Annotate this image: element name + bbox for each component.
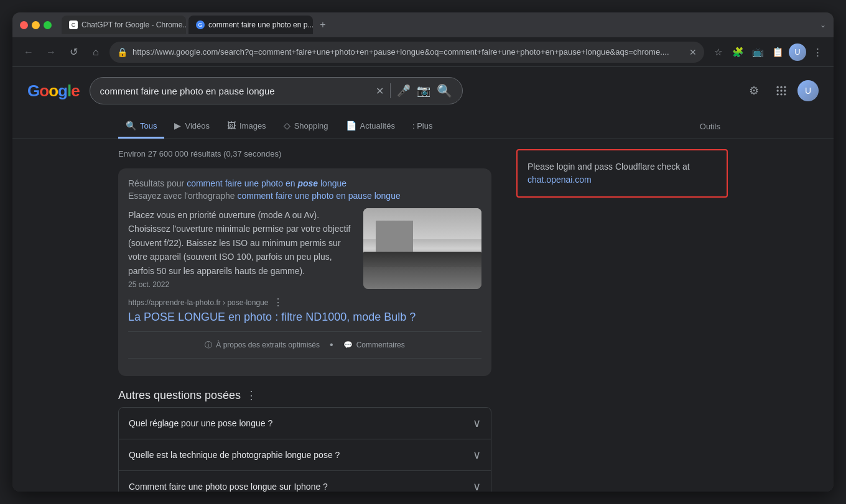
comments-label: Commentaires: [356, 341, 405, 349]
url-bar[interactable]: 🔒 https://www.google.com/search?q=commen…: [109, 42, 704, 63]
search-submit-button[interactable]: 🔍: [437, 83, 452, 98]
tab-videos[interactable]: ▶ Vidéos: [167, 114, 217, 139]
address-actions: ☆ 🧩 📺 📋 U ⋮: [709, 44, 826, 61]
source-link: https://apprendre-la-photo.fr › pose-lon…: [128, 296, 481, 308]
result-title-link[interactable]: La POSE LONGUE en photo : filtre ND1000,…: [128, 311, 481, 324]
paa-question-1: Quelle est la technique de photographie …: [129, 450, 340, 460]
source-url: https://apprendre-la-photo.fr › pose-lon…: [128, 298, 268, 307]
paa-menu-button[interactable]: ⋮: [246, 388, 257, 402]
tab-actualites[interactable]: 📄 Actualités: [338, 114, 402, 139]
tab-images[interactable]: 🖼 Images: [220, 114, 274, 139]
results-main: Environ 27 600 000 résultats (0,37 secon…: [118, 149, 491, 492]
google-logo: Google: [27, 81, 80, 101]
feedback-separator: •: [330, 339, 333, 351]
page-content: Google comment faire une photo en pause …: [12, 67, 834, 492]
source-menu-button[interactable]: ⋮: [273, 296, 283, 308]
close-button[interactable]: [20, 21, 28, 29]
images-icon: 🖼: [227, 121, 236, 131]
results-area: Environ 27 600 000 résultats (0,37 secon…: [12, 139, 834, 492]
browser-menu-button[interactable]: ⋮: [809, 44, 826, 61]
cast-button[interactable]: 📺: [749, 44, 766, 61]
comments-button[interactable]: 💬 Commentaires: [343, 341, 405, 349]
correction-prefix: Résultats pour: [128, 178, 187, 188]
paa-chevron-2: ∨: [473, 480, 481, 492]
forward-button[interactable]: →: [42, 44, 60, 61]
paa-section: Autres questions posées ⋮ Quel réglage p…: [118, 388, 491, 492]
profile-avatar[interactable]: U: [789, 44, 806, 61]
snippet-text: Placez vous en priorité ouverture (mode …: [128, 208, 353, 278]
logo-g2: g: [58, 81, 67, 100]
extensions-button[interactable]: 🧩: [729, 44, 746, 61]
header-right: ⚙ U: [743, 80, 819, 102]
tab-actualites-label: Actualités: [360, 121, 395, 131]
tab-plus[interactable]: : Plus: [405, 115, 440, 139]
new-tab-button[interactable]: +: [315, 17, 330, 32]
tab-chatgpt-label: ChatGPT for Google - Chrome...: [81, 21, 186, 29]
google-header: Google comment faire une photo en pause …: [12, 67, 834, 114]
about-icon: ⓘ: [205, 340, 212, 351]
paa-chevron-1: ∨: [473, 448, 481, 462]
videos-icon: ▶: [174, 121, 181, 131]
cloudflare-message: Please login and pass Cloudflare check a…: [528, 162, 690, 172]
search-query-text: comment faire une photo en pause longue: [100, 86, 370, 96]
tab-chatgpt[interactable]: C ChatGPT for Google - Chrome... ✕: [62, 16, 186, 34]
tab-google-label: comment faire une photo en p...: [208, 21, 313, 29]
paa-item-1[interactable]: Quelle est la technique de photographie …: [118, 439, 491, 471]
bookmark-button[interactable]: ☆: [709, 44, 727, 61]
maximize-button[interactable]: [44, 21, 52, 29]
try-instead-link[interactable]: comment faire une photo en pause longue: [237, 191, 400, 201]
snippet-content: Placez vous en priorité ouverture (mode …: [128, 208, 481, 289]
correction-link[interactable]: comment faire une photo en pose longue: [187, 178, 346, 188]
results-sidebar: Please login and pass Cloudflare check a…: [516, 149, 728, 492]
about-snippets-label: À propos des extraits optimisés: [216, 341, 320, 349]
reload-button[interactable]: ↺: [65, 44, 82, 61]
apps-button[interactable]: [770, 80, 793, 102]
url-clear-icon[interactable]: ✕: [689, 47, 697, 57]
lens-search-button[interactable]: 📷: [417, 84, 430, 98]
user-avatar[interactable]: U: [797, 80, 819, 101]
tab-tous[interactable]: 🔍 Tous: [118, 114, 164, 139]
google-tab-icon: G: [196, 21, 205, 29]
tab-menu-button[interactable]: ⌄: [820, 21, 826, 29]
svg-point-1: [780, 86, 782, 88]
try-instead-prefix: Essayez avec l'orthographe: [128, 191, 237, 201]
back-button[interactable]: ←: [20, 44, 37, 61]
address-bar: ← → ↺ ⌂ 🔒 https://www.google.com/search?…: [12, 37, 834, 67]
svg-point-6: [777, 93, 779, 95]
feedback-bar: ⓘ À propos des extraits optimisés • 💬 Co…: [128, 331, 481, 359]
bw-building: [376, 221, 413, 252]
tabs-row: C ChatGPT for Google - Chrome... ✕ G com…: [62, 16, 826, 34]
cloudflare-link[interactable]: chat.openai.com: [528, 175, 592, 185]
svg-point-4: [780, 89, 782, 91]
chatgpt-tab-icon: C: [69, 21, 78, 29]
logo-g: G: [27, 81, 39, 100]
home-button[interactable]: ⌂: [87, 44, 105, 61]
screenshot-button[interactable]: 📋: [769, 44, 786, 61]
search-divider: [390, 83, 391, 98]
paa-item-2[interactable]: Comment faire une photo pose longue sur …: [118, 471, 491, 492]
tab-shopping[interactable]: ◇ Shopping: [276, 114, 336, 139]
comments-icon: 💬: [343, 341, 353, 349]
tab-outils[interactable]: Outils: [692, 116, 728, 137]
url-text: https://www.google.com/search?q=comment+…: [132, 47, 684, 57]
featured-snippet: Résultats pour comment faire une photo e…: [118, 168, 491, 376]
settings-button[interactable]: ⚙: [743, 80, 765, 102]
title-bar: C ChatGPT for Google - Chrome... ✕ G com…: [12, 12, 834, 37]
paa-title: Autres questions posées: [118, 389, 241, 402]
shopping-icon: ◇: [284, 121, 291, 131]
voice-search-button[interactable]: 🎤: [397, 84, 411, 98]
tab-plus-label: : Plus: [412, 121, 433, 131]
tab-google[interactable]: G comment faire une photo en p... ✕: [188, 16, 313, 34]
about-snippets[interactable]: ⓘ À propos des extraits optimisés: [205, 340, 320, 351]
svg-point-0: [777, 86, 779, 88]
search-tabs: 🔍 Tous ▶ Vidéos 🖼 Images ◇ Shopping 📄 Ac…: [12, 114, 834, 139]
logo-e: e: [71, 81, 79, 100]
paa-header: Autres questions posées ⋮: [118, 388, 491, 402]
minimize-button[interactable]: [32, 21, 40, 29]
correction-text: Résultats pour comment faire une photo e…: [128, 178, 481, 188]
search-clear-button[interactable]: ✕: [376, 85, 384, 97]
search-box[interactable]: comment faire une photo en pause longue …: [90, 77, 463, 104]
logo-o2: o: [49, 81, 58, 100]
paa-item-0[interactable]: Quel réglage pour une pose longue ? ∨: [118, 407, 491, 439]
bw-photo: [363, 208, 481, 289]
